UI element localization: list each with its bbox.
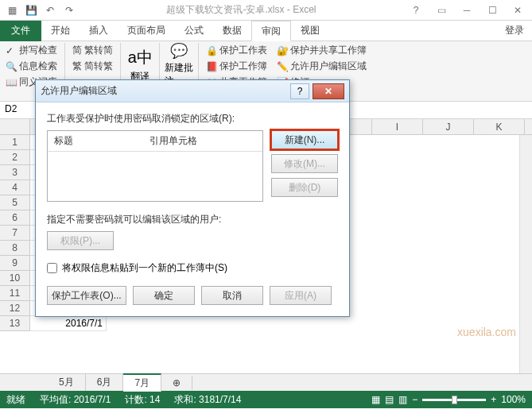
column-header[interactable]: K bbox=[474, 119, 525, 134]
window-title: 超级下载软文资讯-安卓.xlsx - Excel bbox=[78, 3, 405, 17]
tab-insert[interactable]: 插入 bbox=[80, 21, 118, 41]
zoom-in-button[interactable]: + bbox=[491, 394, 496, 405]
apply-button: 应用(A) bbox=[270, 286, 332, 305]
login-link[interactable]: 登录 bbox=[497, 21, 532, 41]
trad-to-simp-button[interactable]: 简 繁转简 bbox=[70, 43, 115, 58]
allow-edit-ranges-button[interactable]: ✏️允许用户编辑区域 bbox=[274, 59, 369, 74]
vertical-scrollbar[interactable] bbox=[519, 135, 532, 373]
status-count: 计数: 14 bbox=[125, 393, 160, 407]
ranges-label: 工作表受保护时使用密码取消锁定的区域(R): bbox=[47, 112, 338, 125]
column-header[interactable]: J bbox=[423, 119, 474, 134]
sheet-tabs: 5月 6月 7月 ⊕ bbox=[0, 373, 532, 391]
row-header[interactable]: 1 bbox=[0, 135, 30, 150]
tab-file[interactable]: 文件 bbox=[0, 21, 41, 41]
view-normal-icon[interactable]: ▦ bbox=[371, 394, 380, 405]
new-sheet-button[interactable]: ⊕ bbox=[161, 376, 192, 390]
quick-access-toolbar: ▦ 💾 ↶ ↷ bbox=[3, 2, 78, 19]
tab-formulas[interactable]: 公式 bbox=[175, 21, 213, 41]
row-header[interactable]: 8 bbox=[0, 241, 30, 256]
redo-icon[interactable]: ↷ bbox=[60, 2, 78, 19]
permissions-label: 指定不需要密码就可以编辑该区域的用户: bbox=[47, 213, 338, 226]
status-bar: 就绪 平均值: 2016/7/1 计数: 14 求和: 3181/7/14 ▦ … bbox=[0, 391, 532, 408]
excel-icon[interactable]: ▦ bbox=[3, 2, 21, 19]
list-col-title: 标题 bbox=[48, 131, 143, 151]
list-col-refers: 引用单元格 bbox=[143, 131, 204, 151]
simp-to-trad-button[interactable]: 繁 简转繁 bbox=[70, 59, 115, 74]
tab-review[interactable]: 审阅 bbox=[251, 21, 291, 41]
ok-button[interactable]: 确定 bbox=[133, 286, 195, 305]
research-button[interactable]: 🔍信息检索 bbox=[3, 59, 60, 74]
permissions-button: 权限(P)... bbox=[47, 231, 114, 250]
dialog-close-button[interactable]: ✕ bbox=[313, 83, 344, 99]
protect-share-button[interactable]: 🔐保护并共享工作簿 bbox=[274, 43, 369, 58]
row-header[interactable]: 10 bbox=[0, 271, 30, 286]
row-header[interactable]: 7 bbox=[0, 226, 30, 241]
cancel-button[interactable]: 取消 bbox=[201, 286, 263, 305]
protect-workbook-button[interactable]: 📕保护工作簿 bbox=[204, 59, 270, 74]
zoom-slider[interactable] bbox=[422, 399, 486, 401]
new-button[interactable]: 新建(N)... bbox=[271, 130, 338, 149]
cell[interactable]: 2016/7/1 bbox=[30, 316, 107, 331]
zoom-control: ▦ ▤ ▥ − + 100% bbox=[371, 394, 526, 405]
sheet-tab-jun[interactable]: 6月 bbox=[86, 374, 124, 391]
status-sum: 求和: 3181/7/14 bbox=[174, 393, 241, 407]
tab-data[interactable]: 数据 bbox=[213, 21, 251, 41]
status-avg: 平均值: 2016/7/1 bbox=[40, 393, 111, 407]
sheet-tab-jul[interactable]: 7月 bbox=[123, 373, 161, 392]
row-header[interactable]: 12 bbox=[0, 301, 30, 316]
protect-sheet-button-dlg[interactable]: 保护工作表(O)... bbox=[47, 286, 126, 305]
spell-check-button[interactable]: ✓拼写检查 bbox=[3, 43, 60, 58]
row-header[interactable]: 13 bbox=[0, 316, 30, 331]
row-header[interactable]: 2 bbox=[0, 150, 30, 165]
title-bar: ▦ 💾 ↶ ↷ 超级下载软文资讯-安卓.xlsx - Excel ? ▭ ─ ☐… bbox=[0, 0, 532, 21]
dialog-help-button[interactable]: ? bbox=[290, 83, 309, 99]
column-header[interactable]: I bbox=[372, 119, 423, 134]
undo-icon[interactable]: ↶ bbox=[41, 2, 59, 19]
dialog-title: 允许用户编辑区域 bbox=[41, 84, 290, 98]
row-header[interactable]: 4 bbox=[0, 180, 30, 195]
paste-permissions-checkbox[interactable] bbox=[47, 263, 57, 273]
status-ready: 就绪 bbox=[6, 393, 25, 407]
view-page-icon[interactable]: ▤ bbox=[385, 394, 394, 405]
tab-page-layout[interactable]: 页面布局 bbox=[118, 21, 175, 41]
save-icon[interactable]: 💾 bbox=[22, 2, 40, 19]
view-break-icon[interactable]: ▥ bbox=[398, 394, 407, 405]
zoom-value[interactable]: 100% bbox=[501, 394, 526, 405]
ribbon-options-icon[interactable]: ▭ bbox=[430, 2, 452, 18]
paste-permissions-label: 将权限信息粘贴到一个新的工作薄中(S) bbox=[62, 261, 227, 275]
row-header[interactable]: 5 bbox=[0, 195, 30, 210]
window-controls: ? ▭ ─ ☐ ✕ bbox=[405, 2, 529, 18]
help-icon[interactable]: ? bbox=[405, 2, 427, 18]
row-header[interactable]: 6 bbox=[0, 210, 30, 226]
delete-button: 删除(D) bbox=[271, 178, 338, 197]
sheet-tab-may[interactable]: 5月 bbox=[48, 374, 86, 391]
comment-icon: 💬 bbox=[170, 42, 188, 60]
dialog-titlebar[interactable]: 允许用户编辑区域 ? ✕ bbox=[36, 80, 349, 102]
row-header[interactable]: 3 bbox=[0, 165, 30, 180]
select-all-corner[interactable] bbox=[0, 119, 30, 134]
ranges-listbox[interactable]: 标题 引用单元格 bbox=[47, 130, 263, 202]
allow-users-edit-dialog: 允许用户编辑区域 ? ✕ 工作表受保护时使用密码取消锁定的区域(R): 标题 引… bbox=[35, 79, 350, 317]
protect-sheet-button[interactable]: 🔒保护工作表 bbox=[204, 43, 270, 58]
tab-home[interactable]: 开始 bbox=[41, 21, 80, 41]
tab-view[interactable]: 视图 bbox=[291, 21, 329, 41]
row-header[interactable]: 9 bbox=[0, 256, 30, 271]
ribbon-tabs: 文件 开始 插入 页面布局 公式 数据 审阅 视图 登录 bbox=[0, 21, 532, 41]
zoom-out-button[interactable]: − bbox=[412, 394, 417, 405]
translate-icon: a中 bbox=[128, 47, 153, 68]
minimize-icon[interactable]: ─ bbox=[456, 2, 478, 18]
modify-button: 修改(M)... bbox=[271, 154, 338, 173]
close-icon[interactable]: ✕ bbox=[507, 2, 529, 18]
maximize-icon[interactable]: ☐ bbox=[481, 2, 503, 18]
row-header[interactable]: 11 bbox=[0, 286, 30, 301]
